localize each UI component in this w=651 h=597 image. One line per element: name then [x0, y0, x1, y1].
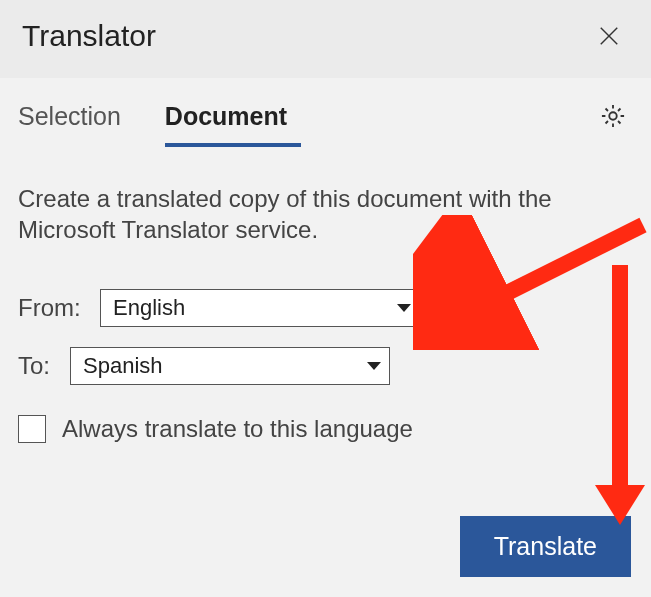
translate-button[interactable]: Translate — [460, 516, 631, 577]
tab-selection[interactable]: Selection — [18, 96, 135, 147]
to-language-select[interactable]: Spanish — [70, 347, 390, 385]
pane-header: Translator — [0, 0, 651, 78]
from-label: From: — [18, 294, 100, 322]
pane-title: Translator — [22, 19, 156, 53]
close-button[interactable] — [589, 16, 629, 56]
settings-button[interactable] — [599, 102, 627, 142]
from-language-select[interactable]: English — [100, 289, 420, 327]
from-row: From: English — [18, 289, 633, 327]
close-icon — [598, 25, 620, 47]
chevron-down-icon — [397, 304, 411, 312]
description-text: Create a translated copy of this documen… — [18, 183, 578, 245]
gear-icon — [599, 102, 627, 130]
to-label: To: — [18, 352, 70, 380]
always-translate-checkbox[interactable] — [18, 415, 46, 443]
always-translate-label: Always translate to this language — [62, 415, 413, 443]
tab-document[interactable]: Document — [165, 96, 301, 147]
tab-bar: Selection Document — [0, 78, 651, 147]
chevron-down-icon — [367, 362, 381, 370]
always-translate-row: Always translate to this language — [18, 415, 633, 443]
to-language-value: Spanish — [83, 353, 163, 379]
to-row: To: Spanish — [18, 347, 633, 385]
from-language-value: English — [113, 295, 185, 321]
content-area: Create a translated copy of this documen… — [0, 147, 651, 461]
svg-point-2 — [609, 112, 616, 119]
